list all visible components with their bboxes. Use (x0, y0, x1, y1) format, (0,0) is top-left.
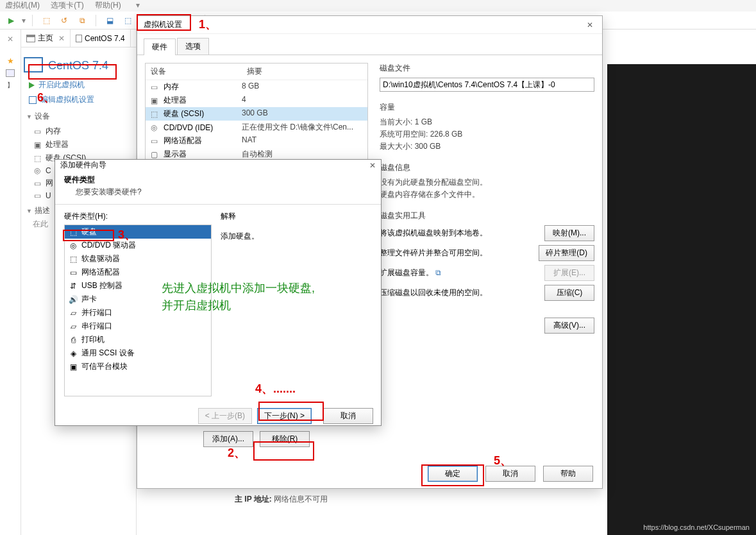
vm-thumb-icon[interactable] (6, 69, 15, 77)
hw-icon: ⇵ (69, 282, 78, 291)
annot-box-4 (258, 402, 324, 421)
device-icon: ▭ (151, 137, 160, 146)
device-icon: ▭ (33, 127, 42, 136)
current-size: 当前大小: 1 GB (380, 117, 594, 128)
hw-icon: 🔊 (69, 295, 78, 304)
disk-info-label: 磁盘信息 (380, 162, 594, 173)
tab-vm[interactable]: CentOS 7.4 (71, 30, 131, 47)
close-icon[interactable]: ✕ (369, 161, 376, 170)
device-icon: ▭ (33, 179, 42, 188)
compact-button[interactable]: 压缩(C) (544, 285, 594, 301)
tab-home[interactable]: 主页✕ (21, 30, 71, 47)
device-row[interactable]: ▣处理器4 (146, 94, 367, 107)
close-icon[interactable]: ✕ (0, 35, 21, 44)
hw-icon: ▣ (69, 362, 78, 371)
device-row[interactable]: ◎CD/DVD (IDE)正在使用文件 D:\镜像文件\Cen... (146, 121, 367, 134)
compact-text: 压缩磁盘以回收未使用的空间。 (380, 287, 487, 298)
defrag-button[interactable]: 碎片整理(D) (539, 245, 594, 261)
annot-5: 5、 (494, 453, 512, 468)
info-line-1: 没有为此硬盘预分配磁盘空间。 (380, 177, 594, 188)
tool2-icon[interactable]: ⬚ (121, 13, 135, 28)
annot-1: 1、 (199, 17, 217, 32)
vm-console (607, 64, 756, 535)
hw-type-item[interactable]: ▣可信平台模块 (65, 360, 211, 373)
advanced-button[interactable]: 高级(V)... (544, 318, 594, 334)
device-row[interactable]: ▭内存8 GB (146, 80, 367, 94)
star-icon[interactable]: ★ (0, 56, 21, 65)
close-icon[interactable]: ✕ (584, 21, 596, 30)
info-line-2: 硬盘内容存储在多个文件中。 (380, 189, 594, 200)
edit-icon (29, 96, 37, 104)
free-space: 系统可用空间: 226.8 GB (380, 129, 594, 140)
annot-6: 6、 (37, 90, 55, 105)
home-icon (26, 35, 35, 42)
col-device: 设备 (146, 64, 242, 80)
device-icon: ▣ (33, 140, 42, 149)
map-text: 将该虚拟机磁盘映射到本地卷。 (380, 228, 487, 239)
wizard-heading: 硬件类型 (64, 174, 372, 185)
device-icon: ▢ (151, 150, 160, 159)
library-gutter: ✕ ★ 】 (0, 30, 21, 535)
hw-type-item[interactable]: ▱串行端口 (65, 319, 211, 333)
wizard-title: 添加硬件向导 (60, 160, 369, 171)
play-icon[interactable]: ▶ (4, 13, 18, 28)
defrag-text: 整理文件碎片并整合可用空间。 (380, 248, 487, 259)
device-icon: ◎ (33, 166, 42, 175)
tabs-row: 主页✕ CentOS 7.4 (21, 30, 136, 47)
device-row[interactable]: ⬚硬盘 (SCSI)300 GB (146, 107, 367, 121)
close-icon[interactable]: ✕ (58, 34, 65, 43)
disk-util-label: 磁盘实用工具 (380, 210, 594, 221)
revert-icon[interactable]: ↺ (57, 13, 71, 28)
sidebar-device[interactable]: ▭内存 (33, 124, 132, 138)
annot-box-5 (421, 464, 484, 486)
hw-icon: ⬚ (69, 255, 78, 264)
hw-type-item[interactable]: ▭网络适配器 (65, 266, 211, 279)
tool-icon[interactable]: ⬓ (103, 13, 117, 28)
expand-button: 扩展(E)... (544, 265, 594, 281)
green-note: 先进入虚拟机中添加一块硬盘, 并开启虚拟机 (162, 280, 315, 314)
hw-icon: ▱ (69, 309, 78, 318)
annot-box-2 (253, 441, 314, 461)
vm-icon (76, 35, 82, 42)
wizard-subheading: 您要安装哪类硬件? (64, 187, 372, 198)
device-icon: ▭ (33, 191, 42, 200)
hw-icon: ▱ (69, 322, 78, 331)
device-icon: ⬚ (33, 154, 42, 163)
menu-help[interactable]: 帮助(H) (95, 1, 121, 10)
annot-box-1 (137, 14, 191, 31)
menu-tabs[interactable]: 选项卡(T) (51, 1, 83, 10)
disk-file-label: 磁盘文件 (380, 63, 594, 74)
tab-options[interactable]: 选项 (177, 38, 209, 55)
sidebar-device[interactable]: ▣处理器 (33, 138, 132, 151)
device-icon: ⬚ (151, 110, 160, 119)
hw-icon: ▭ (69, 268, 78, 277)
ip-info: 主 IP 地址: 网络信息不可用 (235, 494, 328, 505)
desc-label: 解释 (221, 211, 372, 222)
play-icon (29, 82, 35, 89)
disk-path-input[interactable] (380, 78, 594, 92)
hw-type-item[interactable]: ⎙打印机 (65, 333, 211, 346)
capacity-label: 容量 (380, 102, 594, 113)
hw-type-item[interactable]: ◈通用 SCSI 设备 (65, 346, 211, 360)
menu-vm[interactable]: 虚拟机(M) (5, 1, 40, 10)
back-button: < 上一步(B) (198, 408, 252, 424)
device-icon: ▭ (151, 83, 160, 92)
menubar: 虚拟机(M) 选项卡(T) 帮助(H) ▾ (0, 0, 756, 12)
watermark: https://blog.csdn.net/XCsuperman (643, 523, 750, 531)
annot-4: 4、....... (255, 381, 296, 396)
help-button[interactable]: 帮助 (543, 466, 593, 482)
device-icon: ◎ (151, 123, 160, 132)
device-row[interactable]: ▭网络适配器NAT (146, 134, 367, 148)
annot-3: 3、 (118, 227, 136, 242)
tab-hardware[interactable]: 硬件 (144, 38, 176, 55)
hw-icon: ◎ (69, 241, 78, 250)
hw-type-item[interactable]: ⬚软盘驱动器 (65, 252, 211, 266)
map-button[interactable]: 映射(M)... (544, 225, 594, 241)
annot-2: 2、 (228, 445, 246, 461)
snapshot-icon[interactable]: ⬚ (39, 13, 53, 28)
col-summary: 摘要 (242, 64, 267, 80)
manage-icon[interactable]: ⧉ (75, 13, 89, 28)
expand-text: 扩展磁盘容量。 ⧉ (380, 268, 441, 278)
section-devices[interactable]: 设备 (21, 107, 136, 124)
cancel-button[interactable]: 取消 (323, 408, 373, 424)
